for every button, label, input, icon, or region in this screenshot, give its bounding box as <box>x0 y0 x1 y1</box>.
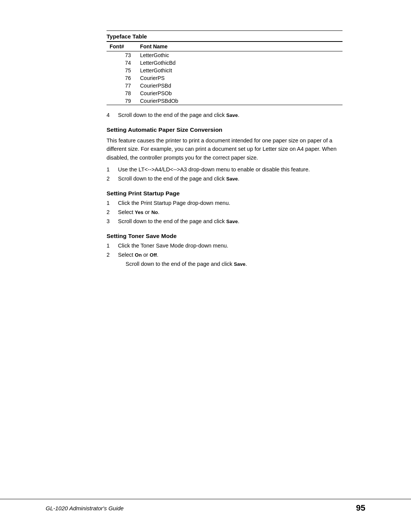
startup-steps-list: 1 Click the Print Startup Page drop-down… <box>107 200 342 224</box>
startup-step-3-text: Scroll down to the end of the page and c… <box>118 218 342 224</box>
step-4: 4 Scroll down to the end of the page and… <box>107 112 342 118</box>
startup-step-3-text-before: Scroll down to the end of the page and c… <box>118 218 226 224</box>
toner-final-text-before: Scroll down to the end of the page and c… <box>126 261 234 267</box>
table-row: 78CourierPSOb <box>107 89 342 97</box>
typeface-table: Font# Font Name 73LetterGothic74LetterGo… <box>107 41 342 105</box>
toner-step-2-text: Select On or Off. <box>118 252 342 258</box>
toner-step-1: 1 Click the Toner Save Mode drop-down me… <box>107 243 342 249</box>
startup-step-3-text-after: . <box>238 218 239 224</box>
startup-step-1: 1 Click the Print Startup Page drop-down… <box>107 200 342 206</box>
paper-step-1-number: 1 <box>107 166 118 173</box>
startup-step-2-text-mid: or <box>143 209 151 215</box>
font-name-cell: CourierPSBd <box>137 82 342 89</box>
font-num-cell: 74 <box>107 59 137 67</box>
section-toner-heading: Setting Toner Save Mode <box>107 233 342 240</box>
startup-step-3-bold: Save <box>226 219 238 224</box>
paper-step-1: 1 Use the LT<-->A4/LD<-->A3 drop-down me… <box>107 166 342 173</box>
page: Typeface Table Font# Font Name 73LetterG… <box>0 0 411 532</box>
font-num-cell: 79 <box>107 97 137 105</box>
paper-step-2: 2 Scroll down to the end of the page and… <box>107 176 342 182</box>
table-row: 75LetterGothicIt <box>107 67 342 74</box>
section-paper-paragraph: This feature causes the printer to print… <box>107 136 342 162</box>
footer-title: GL-1020 Administrator's Guide <box>46 505 124 511</box>
startup-step-2: 2 Select Yes or No. <box>107 209 342 215</box>
startup-step-3-number: 3 <box>107 218 118 224</box>
toner-step-2-text-after: . <box>157 252 158 258</box>
toner-step-1-number: 1 <box>107 243 118 249</box>
step-4-text-after: . <box>238 112 239 118</box>
section-paper-heading: Setting Automatic Paper Size Conversion <box>107 126 342 133</box>
font-name-cell: LetterGothic <box>137 51 342 59</box>
font-name-cell: LetterGothicIt <box>137 67 342 74</box>
table-header-row: Font# Font Name <box>107 42 342 51</box>
table-top-border <box>107 30 342 31</box>
paper-step-2-text-before: Scroll down to the end of the page and c… <box>118 176 226 182</box>
step-4-text-before: Scroll down to the end of the page and c… <box>118 112 226 118</box>
startup-step-2-text: Select Yes or No. <box>118 209 342 215</box>
paper-step-2-text-after: . <box>238 176 239 182</box>
font-name-cell: LetterGothicBd <box>137 59 342 67</box>
startup-step-2-bold1: Yes <box>135 209 143 215</box>
typeface-table-title: Typeface Table <box>107 33 342 40</box>
font-num-cell: 76 <box>107 74 137 82</box>
column-font-num: Font# <box>107 42 137 51</box>
step-4-number: 4 <box>107 112 118 118</box>
toner-step-2: 2 Select On or Off. <box>107 252 342 258</box>
typeface-table-section: Typeface Table Font# Font Name 73LetterG… <box>107 30 342 105</box>
paper-step-1-text: Use the LT<-->A4/LD<-->A3 drop-down menu… <box>118 166 342 173</box>
table-row: 73LetterGothic <box>107 51 342 59</box>
toner-step-2-bold1: On <box>135 252 142 258</box>
table-row: 77CourierPSBd <box>107 82 342 89</box>
column-font-name: Font Name <box>137 42 342 51</box>
paper-step-2-bold: Save <box>226 176 238 182</box>
paper-step-2-text: Scroll down to the end of the page and c… <box>118 176 342 182</box>
toner-step-2-text-mid: or <box>142 252 150 258</box>
toner-final-step: Scroll down to the end of the page and c… <box>114 261 342 267</box>
font-name-cell: CourierPSBdOb <box>137 97 342 105</box>
font-name-cell: CourierPSOb <box>137 89 342 97</box>
startup-step-2-number: 2 <box>107 209 118 215</box>
footer: GL-1020 Administrator's Guide 95 <box>0 499 411 513</box>
startup-step-3: 3 Scroll down to the end of the page and… <box>107 218 342 224</box>
table-row: 74LetterGothicBd <box>107 59 342 67</box>
paper-step-2-number: 2 <box>107 176 118 182</box>
paper-steps-list: 1 Use the LT<-->A4/LD<-->A3 drop-down me… <box>107 166 342 182</box>
toner-final-bold: Save <box>234 261 245 267</box>
startup-step-2-text-before: Select <box>118 209 135 215</box>
toner-step-1-text: Click the Toner Save Mode drop-down menu… <box>118 243 342 249</box>
startup-step-2-bold2: No <box>151 209 158 215</box>
table-row: 79CourierPSBdOb <box>107 97 342 105</box>
toner-final-step-number <box>114 261 126 267</box>
startup-step-1-text: Click the Print Startup Page drop-down m… <box>118 200 342 206</box>
toner-final-step-text: Scroll down to the end of the page and c… <box>126 261 342 267</box>
toner-final-text-after: . <box>245 261 247 267</box>
content-area: Typeface Table Font# Font Name 73LetterG… <box>107 30 342 267</box>
table-row: 76CourierPS <box>107 74 342 82</box>
startup-step-1-number: 1 <box>107 200 118 206</box>
font-num-cell: 77 <box>107 82 137 89</box>
font-name-cell: CourierPS <box>137 74 342 82</box>
toner-step-2-bold2: Off <box>150 252 157 258</box>
step-4-bold: Save <box>226 112 238 118</box>
section-startup-heading: Setting Print Startup Page <box>107 190 342 197</box>
step-4-text: Scroll down to the end of the page and c… <box>118 112 342 118</box>
startup-step-2-text-after: . <box>158 209 159 215</box>
font-num-cell: 73 <box>107 51 137 59</box>
toner-steps-list: 1 Click the Toner Save Mode drop-down me… <box>107 243 342 258</box>
toner-step-2-text-before: Select <box>118 252 135 258</box>
font-num-cell: 78 <box>107 89 137 97</box>
font-num-cell: 75 <box>107 67 137 74</box>
footer-page-number: 95 <box>356 503 365 513</box>
toner-step-2-number: 2 <box>107 252 118 258</box>
